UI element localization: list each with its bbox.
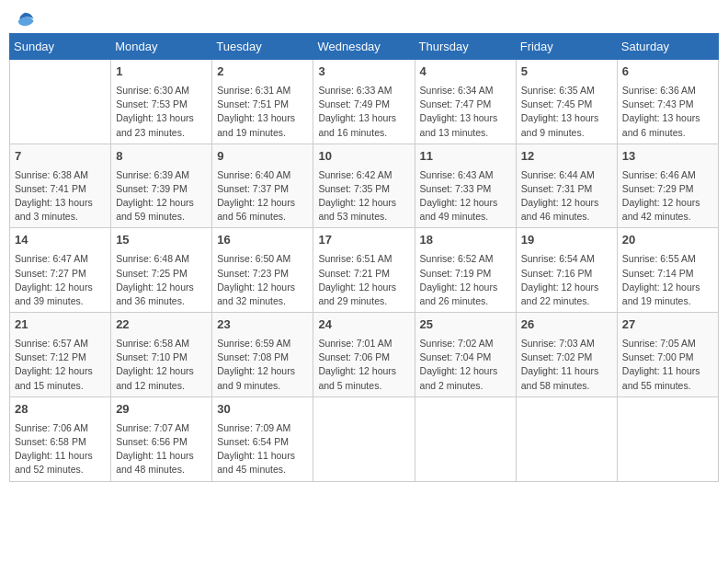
week-row-1: 1Sunrise: 6:30 AMSunset: 7:53 PMDaylight… bbox=[10, 60, 719, 144]
header-day-wednesday: Wednesday bbox=[313, 34, 415, 60]
day-content: Sunrise: 6:30 AMSunset: 7:53 PMDaylight:… bbox=[116, 84, 207, 140]
day-content: Sunrise: 6:59 AMSunset: 7:08 PMDaylight:… bbox=[217, 337, 308, 393]
calendar-cell: 30Sunrise: 7:09 AMSunset: 6:54 PMDayligh… bbox=[212, 396, 313, 481]
header-day-monday: Monday bbox=[111, 34, 212, 60]
calendar-cell: 13Sunrise: 6:46 AMSunset: 7:29 PMDayligh… bbox=[617, 144, 718, 228]
calendar-cell: 8Sunrise: 6:39 AMSunset: 7:39 PMDaylight… bbox=[111, 144, 212, 228]
page-header bbox=[9, 9, 719, 26]
day-content: Sunrise: 7:09 AMSunset: 6:54 PMDaylight:… bbox=[217, 421, 308, 477]
day-content: Sunrise: 7:06 AMSunset: 6:58 PMDaylight:… bbox=[15, 421, 106, 477]
day-number: 27 bbox=[622, 316, 713, 334]
calendar-cell bbox=[313, 396, 415, 481]
day-number: 30 bbox=[217, 401, 308, 419]
calendar-cell: 19Sunrise: 6:54 AMSunset: 7:16 PMDayligh… bbox=[516, 228, 617, 313]
calendar-cell: 16Sunrise: 6:50 AMSunset: 7:23 PMDayligh… bbox=[212, 228, 313, 313]
day-number: 21 bbox=[15, 316, 106, 334]
day-number: 23 bbox=[217, 316, 308, 334]
calendar-cell: 28Sunrise: 7:06 AMSunset: 6:58 PMDayligh… bbox=[10, 396, 111, 481]
calendar-cell: 2Sunrise: 6:31 AMSunset: 7:51 PMDaylight… bbox=[212, 60, 313, 144]
day-content: Sunrise: 6:42 AMSunset: 7:35 PMDaylight:… bbox=[318, 168, 409, 224]
day-content: Sunrise: 6:50 AMSunset: 7:23 PMDaylight:… bbox=[217, 252, 308, 308]
day-number: 16 bbox=[217, 232, 308, 249]
logo bbox=[13, 9, 35, 26]
calendar-cell: 5Sunrise: 6:35 AMSunset: 7:45 PMDaylight… bbox=[516, 60, 617, 144]
calendar-cell: 11Sunrise: 6:43 AMSunset: 7:33 PMDayligh… bbox=[415, 144, 516, 228]
day-number: 10 bbox=[318, 148, 409, 166]
day-content: Sunrise: 6:57 AMSunset: 7:12 PMDaylight:… bbox=[15, 337, 106, 393]
day-content: Sunrise: 6:43 AMSunset: 7:33 PMDaylight:… bbox=[420, 168, 511, 224]
day-number: 8 bbox=[116, 148, 207, 166]
day-content: Sunrise: 7:02 AMSunset: 7:04 PMDaylight:… bbox=[420, 337, 511, 393]
day-number: 4 bbox=[420, 63, 511, 81]
day-content: Sunrise: 7:07 AMSunset: 6:56 PMDaylight:… bbox=[116, 421, 207, 477]
header-day-tuesday: Tuesday bbox=[212, 34, 313, 60]
calendar-cell: 7Sunrise: 6:38 AMSunset: 7:41 PMDaylight… bbox=[10, 144, 111, 228]
calendar-cell: 6Sunrise: 6:36 AMSunset: 7:43 PMDaylight… bbox=[617, 60, 718, 144]
calendar-cell: 14Sunrise: 6:47 AMSunset: 7:27 PMDayligh… bbox=[10, 228, 111, 313]
day-content: Sunrise: 6:39 AMSunset: 7:39 PMDaylight:… bbox=[116, 168, 207, 224]
day-content: Sunrise: 6:58 AMSunset: 7:10 PMDaylight:… bbox=[116, 337, 207, 393]
day-content: Sunrise: 6:35 AMSunset: 7:45 PMDaylight:… bbox=[521, 84, 612, 140]
calendar-cell: 3Sunrise: 6:33 AMSunset: 7:49 PMDaylight… bbox=[313, 60, 415, 144]
header-day-thursday: Thursday bbox=[415, 34, 516, 60]
calendar-cell: 10Sunrise: 6:42 AMSunset: 7:35 PMDayligh… bbox=[313, 144, 415, 228]
day-number: 5 bbox=[521, 63, 612, 81]
day-number: 11 bbox=[420, 148, 511, 166]
header-day-friday: Friday bbox=[516, 34, 617, 60]
calendar-cell: 20Sunrise: 6:55 AMSunset: 7:14 PMDayligh… bbox=[617, 228, 718, 313]
day-number: 29 bbox=[116, 401, 207, 419]
day-content: Sunrise: 6:51 AMSunset: 7:21 PMDaylight:… bbox=[318, 252, 409, 308]
calendar-cell: 18Sunrise: 6:52 AMSunset: 7:19 PMDayligh… bbox=[415, 228, 516, 313]
calendar-cell: 26Sunrise: 7:03 AMSunset: 7:02 PMDayligh… bbox=[516, 313, 617, 397]
day-number: 26 bbox=[521, 316, 612, 334]
calendar-cell bbox=[516, 396, 617, 481]
day-number: 15 bbox=[116, 232, 207, 249]
day-content: Sunrise: 7:03 AMSunset: 7:02 PMDaylight:… bbox=[521, 337, 612, 393]
day-number: 6 bbox=[622, 63, 713, 81]
calendar-cell: 17Sunrise: 6:51 AMSunset: 7:21 PMDayligh… bbox=[313, 228, 415, 313]
day-content: Sunrise: 6:31 AMSunset: 7:51 PMDaylight:… bbox=[217, 84, 308, 140]
calendar-cell: 21Sunrise: 6:57 AMSunset: 7:12 PMDayligh… bbox=[10, 313, 111, 397]
calendar-table: SundayMondayTuesdayWednesdayThursdayFrid… bbox=[9, 33, 719, 482]
day-number: 19 bbox=[521, 232, 612, 249]
day-content: Sunrise: 6:48 AMSunset: 7:25 PMDaylight:… bbox=[116, 252, 207, 308]
day-content: Sunrise: 6:52 AMSunset: 7:19 PMDaylight:… bbox=[420, 252, 511, 308]
day-content: Sunrise: 6:44 AMSunset: 7:31 PMDaylight:… bbox=[521, 168, 612, 224]
calendar-cell: 27Sunrise: 7:05 AMSunset: 7:00 PMDayligh… bbox=[617, 313, 718, 397]
day-content: Sunrise: 7:01 AMSunset: 7:06 PMDaylight:… bbox=[318, 337, 409, 393]
calendar-cell: 25Sunrise: 7:02 AMSunset: 7:04 PMDayligh… bbox=[415, 313, 516, 397]
day-content: Sunrise: 6:36 AMSunset: 7:43 PMDaylight:… bbox=[622, 84, 713, 140]
calendar-cell bbox=[415, 396, 516, 481]
calendar-cell bbox=[10, 60, 111, 144]
day-content: Sunrise: 6:33 AMSunset: 7:49 PMDaylight:… bbox=[318, 84, 409, 140]
day-number: 20 bbox=[622, 232, 713, 249]
day-number: 17 bbox=[318, 232, 409, 249]
week-row-2: 7Sunrise: 6:38 AMSunset: 7:41 PMDaylight… bbox=[10, 144, 719, 228]
day-content: Sunrise: 6:40 AMSunset: 7:37 PMDaylight:… bbox=[217, 168, 308, 224]
day-number: 1 bbox=[116, 63, 207, 81]
calendar-cell: 15Sunrise: 6:48 AMSunset: 7:25 PMDayligh… bbox=[111, 228, 212, 313]
day-number: 3 bbox=[318, 63, 409, 81]
header-day-saturday: Saturday bbox=[617, 34, 718, 60]
day-content: Sunrise: 6:55 AMSunset: 7:14 PMDaylight:… bbox=[622, 252, 713, 308]
day-content: Sunrise: 7:05 AMSunset: 7:00 PMDaylight:… bbox=[622, 337, 713, 393]
day-number: 22 bbox=[116, 316, 207, 334]
calendar-cell bbox=[617, 396, 718, 481]
week-row-5: 28Sunrise: 7:06 AMSunset: 6:58 PMDayligh… bbox=[10, 396, 719, 481]
day-content: Sunrise: 6:38 AMSunset: 7:41 PMDaylight:… bbox=[15, 168, 106, 224]
day-number: 12 bbox=[521, 148, 612, 166]
day-number: 24 bbox=[318, 316, 409, 334]
header-row: SundayMondayTuesdayWednesdayThursdayFrid… bbox=[10, 34, 719, 60]
day-number: 28 bbox=[15, 401, 106, 419]
calendar-cell: 1Sunrise: 6:30 AMSunset: 7:53 PMDaylight… bbox=[111, 60, 212, 144]
day-number: 7 bbox=[15, 148, 106, 166]
day-content: Sunrise: 6:34 AMSunset: 7:47 PMDaylight:… bbox=[420, 84, 511, 140]
day-content: Sunrise: 6:46 AMSunset: 7:29 PMDaylight:… bbox=[622, 168, 713, 224]
day-content: Sunrise: 6:47 AMSunset: 7:27 PMDaylight:… bbox=[15, 252, 106, 308]
day-number: 25 bbox=[420, 316, 511, 334]
day-content: Sunrise: 6:54 AMSunset: 7:16 PMDaylight:… bbox=[521, 252, 612, 308]
day-number: 14 bbox=[15, 232, 106, 249]
calendar-cell: 22Sunrise: 6:58 AMSunset: 7:10 PMDayligh… bbox=[111, 313, 212, 397]
calendar-cell: 9Sunrise: 6:40 AMSunset: 7:37 PMDaylight… bbox=[212, 144, 313, 228]
week-row-4: 21Sunrise: 6:57 AMSunset: 7:12 PMDayligh… bbox=[10, 313, 719, 397]
